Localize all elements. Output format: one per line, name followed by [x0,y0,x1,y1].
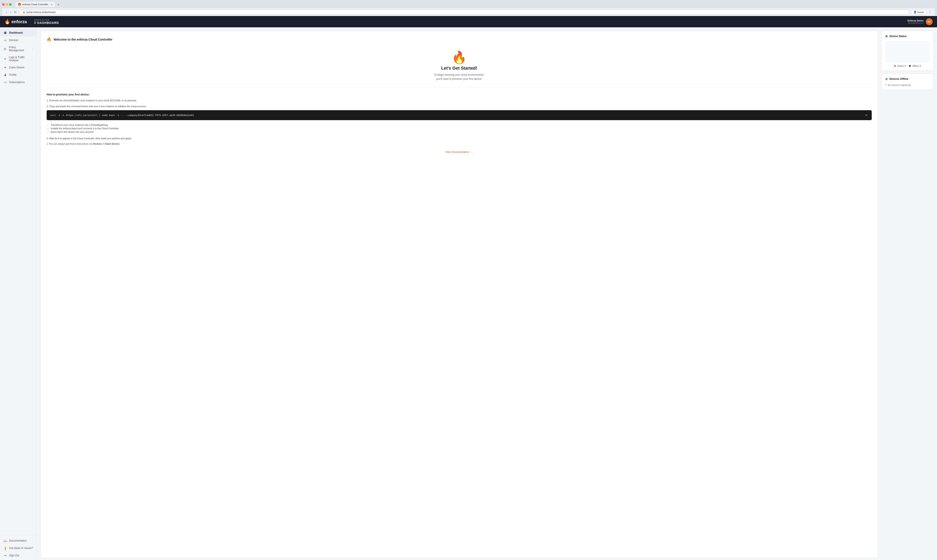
get-started-desc-line2: you'll need to provision your first devi… [436,77,482,80]
arrow-icon-1: → [47,124,49,126]
browser-chrome: 🔥 enforza Cloud Controller ✕ + ‹ › ↻ 🔒 p… [0,0,937,16]
big-flame-icon: 🔥 [47,51,872,63]
url-text: portal.enforza.io/dashboard [26,11,55,14]
bullet-item-1: → Transforms your Linux instance into a … [47,123,872,127]
policy-icon: ◎ [3,47,7,51]
install-command: curl -s -L https://efz.io/install | sudo… [50,114,194,117]
dashboard-panel: 🔥 Welcome to the enforza Cloud Controlle… [40,31,878,558]
new-tab-button[interactable]: + [56,2,60,7]
sidebar-item-claim[interactable]: ✦ Claim Device [0,64,37,71]
device-legend: Online: 0 Offline: 0 [885,65,930,67]
step3: 3. Wait for it to appear in the Cloud Co… [47,137,872,140]
logo-text-label: enforza [11,19,27,24]
guest-label: Guest [917,11,924,14]
browser-menu-button[interactable]: ⋮ [928,10,932,14]
app-body: ⊞ Dashboard ▭ Devices ◎ Policy Managemen… [0,27,937,560]
provision-title: How to provision your first device: [47,93,872,96]
sidebar-label-signout: Sign Out [9,554,19,557]
bullet-text-2: Installs the enforza Agent and connects … [51,127,119,130]
offline-dot [909,65,911,67]
sidebar-item-subscriptions[interactable]: ▭ Subscriptions [0,78,37,86]
get-started-section: 🔥 Let's Get Started! To begin securing y… [47,47,872,88]
devices-offline-icon: ⊘ [885,77,888,81]
sidebar-item-logs[interactable]: ≡ Logs & Traffic Analysis [0,54,37,64]
nav-title: // DASHBOARD [34,21,59,25]
traffic-lights [2,3,11,6]
sidebar-label-dashboard: Dashboard [9,31,23,34]
profile-icon: ♟ [3,73,7,77]
sidebar-item-devices[interactable]: ▭ Devices [0,37,37,44]
step2: 2. Copy and paste the command below onto… [47,105,872,108]
main-content: 🔥 Welcome to the enforza Cloud Controlle… [37,27,937,560]
arrow-icon-2: → [47,127,49,130]
signout-icon: ↪ [3,554,7,557]
offline-legend: Offline: 0 [909,65,921,67]
guest-button[interactable]: 👤 Guest [911,9,926,15]
devices-icon: ▭ [3,38,7,42]
url-bar[interactable]: 🔒 portal.enforza.io/dashboard [19,10,909,15]
close-button[interactable] [2,3,5,6]
sidebar-label-ideas: Got Ideas or Issues? [9,546,33,549]
person-icon: 👤 [914,11,917,14]
device-status-label: Device Status [889,35,907,38]
device-status-widget: ⊕ Device Status Online: 0 Offline: 0 [882,31,934,71]
info-icon: ℹ [47,143,48,145]
welcome-flame-icon: 🔥 [47,37,51,42]
bullet-points: → Transforms your Linux instance into a … [47,123,872,134]
active-tab[interactable]: 🔥 enforza Cloud Controller ✕ [15,2,55,7]
nav-title-area: NAVIGATION // DASHBOARD [34,19,59,25]
no-devices-message: No devices registered. [888,84,911,86]
sidebar-item-ideas[interactable]: 💡 Got Ideas or Issues? [0,545,37,552]
sidebar-item-policy[interactable]: ◎ Policy Management › [0,44,37,54]
logs-icon: ≡ [3,57,7,60]
sidebar-label-policy: Policy Management [9,46,30,52]
empty-dot [885,85,886,86]
get-started-title: Let's Get Started! [47,66,872,71]
top-navigation: 🔥 enforza NAVIGATION // DASHBOARD Enforz… [0,16,937,27]
sidebar-item-profile[interactable]: ♟ Profile [0,71,37,78]
right-panel: ⊕ Device Status Online: 0 Offline: 0 [882,31,934,558]
offline-count: Offline: 0 [912,65,921,67]
copy-button[interactable]: ⧉ [865,113,868,117]
bullet-text-3: Auto-claims the device into your account [51,131,94,133]
arrow-icon-3: → [47,131,49,133]
devices-offline-title: ⊘ Devices Offline [885,77,930,81]
sidebar-nav: ⊞ Dashboard ▭ Devices ◎ Policy Managemen… [0,29,37,535]
sidebar: ⊞ Dashboard ▭ Devices ◎ Policy Managemen… [0,27,37,560]
device-status-title: ⊕ Device Status [885,34,930,38]
get-started-desc-line1: To begin securing your cloud environment… [434,73,484,76]
sidebar-item-docs[interactable]: 📖 Documentation [0,537,37,545]
view-docs-label: View Documentation [445,151,469,154]
online-legend: Online: 0 [894,65,906,67]
browser-tabs: 🔥 enforza Cloud Controller ✕ + [15,2,61,7]
devices-offline-label: Devices Offline [889,77,908,80]
sidebar-item-dashboard[interactable]: ⊞ Dashboard [0,29,37,37]
lock-icon: 🔒 [23,11,25,13]
user-email: demo@enforza.io [908,22,923,24]
get-started-desc: To begin securing your cloud environment… [47,73,872,81]
chevron-right-icon: › [32,48,33,50]
avatar[interactable]: ED [926,18,933,25]
sidebar-label-claim: Claim Device [9,66,25,69]
ideas-icon: 💡 [3,546,7,550]
sidebar-label-subscriptions: Subscriptions [9,81,25,84]
bullet-item-3: → Auto-claims the device into your accou… [47,130,872,134]
refresh-button[interactable]: ↻ [13,10,18,14]
user-name: Enforza Demo [908,19,923,22]
device-status-icon: ⊕ [885,34,888,38]
info-note: ℹ You can always get these instructions … [47,143,872,145]
code-block: curl -s -L https://efz.io/install | sudo… [47,110,872,120]
dashboard-icon: ⊞ [3,31,7,34]
back-button[interactable]: ‹ [5,10,8,14]
minimize-button[interactable] [6,3,8,6]
provision-section: How to provision your first device: 1. P… [47,93,872,552]
forward-button[interactable]: › [9,10,12,14]
sidebar-item-signout[interactable]: ↪ Sign Out [0,552,37,559]
online-count: Online: 0 [897,65,906,67]
nav-divider [30,18,31,25]
welcome-title: Welcome to the enforza Cloud Controller [54,38,112,41]
view-documentation-button[interactable]: View Documentation → [47,151,872,154]
tab-close-icon[interactable]: ✕ [51,3,52,6]
maximize-button[interactable] [9,3,11,6]
logo: 🔥 enforza [4,19,27,25]
